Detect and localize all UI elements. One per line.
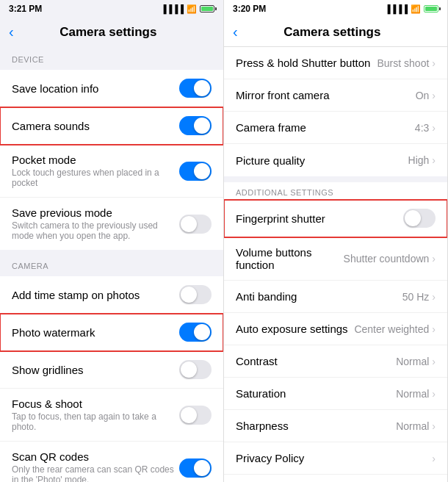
setting-title-watermark: Photo watermark [12, 326, 179, 339]
toggle-pocket-mode[interactable] [179, 162, 212, 181]
top-settings-group: Press & hold Shutter button Burst shoot … [224, 47, 447, 176]
setting-text-anti-banding: Anti banding [236, 290, 402, 303]
setting-text-save-location: Save location info [12, 82, 179, 95]
toggle-camera-sounds[interactable] [179, 116, 212, 135]
page-title-right: Camera settings [244, 25, 421, 40]
setting-value-camera-frame: 4:3 [415, 122, 429, 134]
setting-privacy-policy[interactable]: Privacy Policy › [224, 442, 447, 475]
setting-title-privacy: Privacy Policy [236, 452, 432, 464]
setting-focus-shoot[interactable]: Focus & shoot Tap to focus, then tap aga… [0, 389, 223, 442]
setting-value-press-hold-right: Burst shoot [377, 57, 430, 69]
setting-text-saturation: Saturation [236, 387, 396, 400]
setting-text-focus-shoot: Focus & shoot Tap to focus, then tap aga… [12, 398, 179, 432]
setting-title-picture-quality: Picture quality [236, 154, 408, 167]
setting-camera-sounds[interactable]: Camera sounds [0, 107, 223, 145]
setting-anti-banding[interactable]: Anti banding 50 Hz › [224, 281, 447, 313]
setting-title-camera-sounds: Camera sounds [12, 120, 179, 132]
battery-icon [200, 5, 214, 12]
setting-subtitle-pocket-mode: Lock touch gestures when placed in a poc… [12, 168, 179, 188]
toggle-timestamp[interactable] [179, 285, 212, 304]
setting-value-picture-quality: High [408, 154, 430, 166]
section-label-camera: CAMERA [0, 253, 223, 273]
chevron-saturation: › [432, 388, 436, 400]
setting-text-auto-exposure: Auto exposure settings [236, 323, 354, 335]
chevron-press-hold-right: › [432, 57, 436, 69]
setting-text-pocket-mode: Pocket mode Lock touch gestures when pla… [12, 154, 179, 188]
chevron-privacy: › [432, 453, 436, 464]
panel-left: 3:21 PM ▐▐▐▐ 📶 ‹ Camera settings DEVICE … [0, 0, 224, 482]
panel-right: 3:20 PM ▐▐▐▐ 📶 ‹ Camera settings Press &… [224, 0, 448, 482]
time-right: 3:20 PM [233, 4, 266, 14]
setting-camera-frame[interactable]: Camera frame 4:3 › [224, 112, 447, 144]
setting-text-camera-frame: Camera frame [236, 121, 415, 134]
toggle-scan-qr[interactable] [179, 458, 212, 478]
setting-press-hold-right[interactable]: Press & hold Shutter button Burst shoot … [224, 47, 447, 79]
setting-title-auto-exposure: Auto exposure settings [236, 323, 354, 335]
setting-restore-default[interactable]: Restore default settings › [224, 475, 447, 482]
nav-bar-right: ‹ Camera settings [224, 18, 447, 47]
status-bar-right: 3:20 PM ▐▐▐▐ 📶 [224, 0, 447, 18]
settings-content-right: Press & hold Shutter button Burst shoot … [224, 47, 447, 482]
setting-value-volume: Shutter countdown [344, 253, 430, 265]
back-button-right[interactable]: ‹ [233, 24, 238, 40]
setting-volume-buttons[interactable]: Volume buttons function Shutter countdow… [224, 237, 447, 281]
toggle-save-previous[interactable] [179, 215, 212, 234]
toggle-gridlines[interactable] [179, 360, 212, 379]
section-label-additional: ADDITIONAL SETTINGS [224, 182, 447, 200]
setting-text-watermark: Photo watermark [12, 326, 179, 339]
setting-text-contrast: Contrast [236, 355, 396, 367]
setting-timestamp[interactable]: Add time stamp on photos [0, 276, 223, 314]
setting-value-mirror-front: On [416, 90, 430, 101]
setting-text-save-previous: Save previous mode Switch camera to the … [12, 206, 179, 241]
additional-settings-group: Fingerprint shutter Volume buttons funct… [224, 200, 447, 482]
setting-title-press-hold-right: Press & hold Shutter button [236, 57, 377, 69]
setting-title-camera-frame: Camera frame [236, 121, 415, 134]
setting-text-fingerprint: Fingerprint shutter [236, 212, 403, 225]
setting-text-press-hold-right: Press & hold Shutter button [236, 57, 377, 69]
wifi-icon: 📶 [187, 4, 197, 14]
setting-subtitle-save-previous: Switch camera to the previously used mod… [12, 220, 179, 241]
setting-text-sharpness: Sharpness [236, 420, 396, 432]
time-left: 3:21 PM [9, 4, 42, 14]
setting-title-contrast: Contrast [236, 355, 396, 367]
back-button-left[interactable]: ‹ [9, 24, 14, 40]
setting-title-fingerprint: Fingerprint shutter [236, 212, 403, 225]
toggle-photo-watermark[interactable] [179, 323, 212, 342]
setting-subtitle-scan-qr: Only the rear camera can scan QR codes i… [12, 464, 179, 482]
setting-contrast[interactable]: Contrast Normal › [224, 345, 447, 378]
setting-sharpness[interactable]: Sharpness Normal › [224, 410, 447, 442]
setting-title-save-location: Save location info [12, 82, 179, 95]
battery-icon-right [424, 5, 438, 12]
toggle-knob-pocket-mode [194, 163, 210, 179]
setting-mirror-front[interactable]: Mirror front camera On › [224, 79, 447, 112]
setting-picture-quality[interactable]: Picture quality High › [224, 144, 447, 176]
toggle-knob-fingerprint [405, 210, 421, 226]
setting-auto-exposure[interactable]: Auto exposure settings Center weighted › [224, 313, 447, 345]
chevron-mirror-front: › [432, 90, 436, 101]
chevron-anti-banding: › [432, 291, 436, 303]
setting-save-previous-mode[interactable]: Save previous mode Switch camera to the … [0, 198, 223, 250]
toggle-save-location[interactable] [179, 79, 212, 98]
setting-pocket-mode[interactable]: Pocket mode Lock touch gestures when pla… [0, 145, 223, 198]
setting-text-privacy: Privacy Policy [236, 452, 432, 464]
setting-saturation[interactable]: Saturation Normal › [224, 378, 447, 410]
setting-title-volume: Volume buttons function [236, 246, 344, 271]
toggle-knob-scan-qr [194, 460, 210, 476]
settings-content-left: DEVICE Save location info Camera sounds [0, 46, 223, 482]
setting-gridlines[interactable]: Show gridlines [0, 351, 223, 389]
setting-photo-watermark[interactable]: Photo watermark [0, 314, 223, 351]
toggle-fingerprint[interactable] [403, 209, 436, 228]
toggle-knob-save-previous [181, 216, 197, 232]
setting-text-gridlines: Show gridlines [12, 364, 179, 376]
setting-scan-qr[interactable]: Scan QR codes Only the rear camera can s… [0, 442, 223, 482]
signal-icon-right: ▐▐▐▐ [385, 4, 408, 13]
toggle-focus-shoot[interactable] [179, 406, 212, 425]
setting-title-timestamp: Add time stamp on photos [12, 289, 179, 301]
setting-fingerprint-shutter[interactable]: Fingerprint shutter [224, 200, 447, 237]
setting-title-save-previous: Save previous mode [12, 206, 179, 219]
setting-save-location[interactable]: Save location info [0, 70, 223, 107]
setting-text-mirror-front: Mirror front camera [236, 89, 416, 101]
chevron-picture-quality: › [432, 154, 436, 166]
status-icons-left: ▐▐▐▐ 📶 [161, 4, 214, 14]
chevron-sharpness: › [432, 420, 436, 432]
